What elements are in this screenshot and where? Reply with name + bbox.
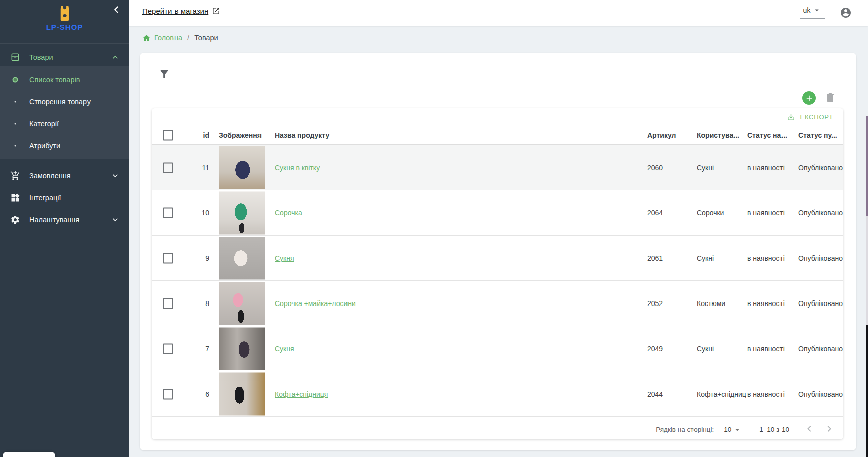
sidebar-item-products[interactable]: Товари: [0, 48, 129, 66]
column-header-id: id: [172, 131, 209, 139]
table-row: 7 Сукня 2049 Сукні в наявності Опубліков…: [152, 326, 843, 371]
language-select[interactable]: uk: [800, 6, 825, 19]
row-stock-status: в наявності: [747, 209, 785, 217]
topbar: Перейти в магазин uk: [129, 0, 868, 26]
table-row: 11 Сукня в квітку 2060 Сукні в наявності…: [152, 145, 843, 190]
column-header-category: Користува...: [697, 131, 746, 139]
widgets-icon: [10, 193, 20, 203]
account-icon[interactable]: [840, 7, 852, 19]
go-to-shop-label: Перейти в магазин: [142, 7, 208, 15]
chevron-up-icon: [110, 52, 120, 62]
overlay-checkbox-icon: [8, 454, 12, 457]
go-to-shop-link[interactable]: Перейти в магазин: [142, 7, 220, 15]
download-icon: [787, 113, 795, 121]
pagination-range: 1–10 з 10: [759, 426, 789, 433]
filter-button[interactable]: [159, 68, 170, 80]
product-image: [219, 282, 265, 325]
sidebar-item-product-create[interactable]: Створення товару: [0, 91, 129, 113]
row-stock-status: в наявності: [747, 164, 785, 172]
breadcrumb-separator: /: [187, 34, 189, 42]
sidebar-item-label: Атрибути: [29, 142, 60, 150]
sidebar-item-label: Замовлення: [29, 172, 71, 180]
chevron-right-icon: [823, 423, 835, 435]
caret-down-icon: [812, 6, 821, 15]
sidebar-item-label: Налаштування: [29, 216, 79, 224]
row-id: 8: [172, 299, 209, 308]
external-link-icon: [212, 7, 220, 15]
add-cart-icon: [10, 171, 20, 181]
product-image: [219, 327, 265, 370]
row-sku: 2052: [647, 299, 663, 308]
add-product-button[interactable]: [802, 91, 816, 105]
sidebar-item-label: Товари: [29, 53, 53, 61]
sidebar-divider: [0, 43, 129, 44]
rows-per-page-select[interactable]: 10: [724, 425, 742, 435]
breadcrumb-home-link[interactable]: Головна: [154, 34, 182, 42]
row-category: Сукні: [697, 254, 746, 262]
product-image: [219, 191, 265, 234]
sidebar-item-categories[interactable]: Категорії: [0, 113, 129, 135]
row-category: Сукні: [697, 164, 746, 172]
bottom-overlay[interactable]: [3, 452, 55, 457]
product-name-link[interactable]: Сорочка: [275, 209, 302, 217]
rows-per-page-value: 10: [724, 426, 731, 433]
table-toolbar: ЕКСПОРТ: [152, 108, 843, 126]
product-name-link[interactable]: Сорочка +майка+лосини: [275, 299, 356, 308]
row-id: 7: [172, 345, 209, 353]
export-button[interactable]: ЕКСПОРТ: [784, 112, 836, 122]
row-sku: 2064: [647, 209, 663, 217]
row-publish-status: Опубліковано: [798, 209, 843, 217]
sidebar-item-orders[interactable]: Замовлення: [0, 165, 129, 187]
filter-divider: [179, 64, 179, 87]
chevron-down-icon: [110, 215, 120, 225]
sidebar-item-settings[interactable]: Налаштування: [0, 209, 129, 231]
trash-icon: [824, 92, 836, 104]
column-header-image: Зображення: [219, 131, 262, 139]
sidebar: LP-SHOP Товари Список товарів Створення …: [0, 0, 129, 457]
app-window: LP-SHOP Товари Список товарів Створення …: [0, 0, 868, 457]
plus-icon: [805, 94, 814, 103]
table-header: id Зображення Назва продукту Артикул Кор…: [152, 126, 843, 145]
sidebar-item-label: Інтеграції: [29, 194, 61, 202]
chevron-left-icon: [111, 4, 122, 15]
export-label: ЕКСПОРТ: [800, 113, 833, 121]
breadcrumb-current: Товари: [194, 34, 218, 42]
pagination: Рядків на сторінці: 10 1–10 з 10: [152, 417, 843, 439]
caret-down-icon: [732, 425, 742, 435]
sidebar-collapse-button[interactable]: [110, 4, 122, 16]
row-stock-status: в наявності: [747, 390, 785, 398]
product-name-link[interactable]: Сукня: [275, 345, 294, 353]
gear-icon: [10, 215, 20, 225]
delete-button[interactable]: [824, 92, 836, 104]
row-category: Сукні: [697, 345, 746, 353]
chevron-down-icon: [110, 171, 120, 181]
column-header-sku: Артикул: [647, 131, 676, 139]
row-sku: 2060: [647, 164, 663, 172]
sidebar-item-product-list[interactable]: Список товарів: [0, 68, 129, 91]
product-name-link[interactable]: Сукня: [275, 254, 294, 262]
bullet-icon: [15, 123, 16, 125]
product-image: [219, 146, 265, 189]
products-box-icon: [10, 52, 20, 62]
row-id: 11: [172, 164, 209, 172]
sidebar-item-attributes[interactable]: Атрибути: [0, 135, 129, 157]
row-id: 9: [172, 254, 209, 262]
chevron-left-icon: [803, 423, 815, 435]
row-publish-status: Опубліковано: [798, 390, 843, 398]
home-icon: [142, 34, 151, 42]
column-header-stock: Статус на...: [747, 131, 787, 139]
sidebar-item-integrations[interactable]: Інтеграції: [0, 187, 129, 209]
rows-per-page-label: Рядків на сторінці:: [656, 426, 714, 433]
table-row: 9 Сукня 2061 Сукні в наявності Опубліков…: [152, 236, 843, 281]
prev-page-button[interactable]: [802, 423, 816, 437]
row-category: Сорочки: [697, 209, 746, 217]
next-page-button[interactable]: [822, 423, 836, 437]
bullet-icon: [15, 145, 16, 147]
product-image: [219, 237, 265, 279]
product-image: [219, 372, 265, 415]
product-name-link[interactable]: Сукня в квітку: [275, 164, 320, 172]
sidebar-item-label: Категорії: [29, 120, 59, 128]
row-sku: 2044: [647, 390, 663, 398]
product-name-link[interactable]: Кофта+спідниця: [275, 390, 328, 398]
table-row: 6 Кофта+спідниця 2044 Кофта+спідниця в н…: [152, 371, 843, 417]
